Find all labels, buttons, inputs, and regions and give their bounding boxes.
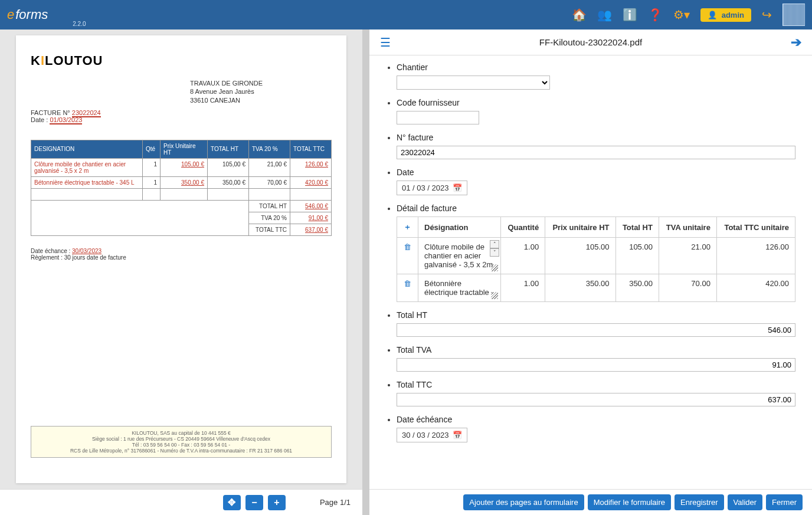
resize-grip-icon[interactable] xyxy=(491,264,498,271)
det-r2-pu[interactable]: 350.00 xyxy=(545,274,615,302)
detail-designation-cell[interactable]: Clôture mobile de chantier en acier galv… xyxy=(418,238,501,274)
row2-tot: 350,00 € xyxy=(208,176,249,188)
home-icon[interactable]: 🏠 xyxy=(572,8,587,22)
det-r1-tva[interactable]: 21.00 xyxy=(659,238,716,274)
row2-qte: 1 xyxy=(143,176,161,188)
addr-line1: TRAVAUX DE GIRONDE xyxy=(190,79,332,87)
invoice-num-label: FACTURE N° xyxy=(31,109,72,116)
total-tva-input[interactable] xyxy=(397,358,795,372)
logo-e: e xyxy=(7,7,14,22)
totals-ht-label: TOTAL HT xyxy=(249,200,290,212)
fit-page-button[interactable]: ✥ xyxy=(223,495,241,510)
chevron-up-icon[interactable]: ˄ xyxy=(490,240,499,248)
due-value: 30/03/2023 xyxy=(72,248,102,254)
next-arrow-icon[interactable]: ➔ xyxy=(791,35,801,50)
user-label: admin xyxy=(722,11,744,19)
invoice-row: Clôture mobile de chantier en acier galv… xyxy=(31,158,332,176)
validate-button[interactable]: Valider xyxy=(728,494,763,510)
th-pu: Prix Unitaire HT xyxy=(161,140,208,158)
chantier-select[interactable] xyxy=(397,76,550,90)
det-r2-tva[interactable]: 70.00 xyxy=(659,274,716,302)
list-icon[interactable]: ☰ xyxy=(380,35,391,50)
detail-row: 🗑 Bétonnière électrique tractable - 1.00… xyxy=(397,274,795,302)
invoice-lines-table: DESIGNATION Qté Prix Unitaire HT TOTAL H… xyxy=(31,140,332,236)
logout-icon[interactable]: ↪ xyxy=(762,8,772,22)
due-and-payment: Date échance : 30/03/2023 Règlement : 30… xyxy=(31,248,332,261)
help-icon[interactable]: ❓ xyxy=(648,8,663,22)
detail-row: 🗑 Clôture mobile de chantier en acier ga… xyxy=(397,238,795,274)
invoice-date-label: Date : xyxy=(31,116,50,123)
det-r2-des: Bétonnière électrique tractable - xyxy=(424,279,494,297)
addr-line2: 8 Avenue Jean Jaurès xyxy=(190,87,332,96)
foot-line3: Tél : 03 59 56 54 00 - Fax : 03 59 56 54… xyxy=(35,442,328,448)
app-logo: e forms 2.2.0 xyxy=(7,7,86,22)
invoice-date-value: 01/03/2023 xyxy=(50,116,82,124)
user-button[interactable]: 👤 admin xyxy=(700,8,751,22)
delete-row-button[interactable]: 🗑 xyxy=(397,274,418,302)
info-icon[interactable]: ℹ️ xyxy=(623,8,637,22)
modify-form-button[interactable]: Modifier le formulaire xyxy=(588,494,671,510)
calendar-icon: 📅 xyxy=(453,183,462,192)
calendar-icon: 📅 xyxy=(453,431,462,439)
code-fournisseur-input[interactable] xyxy=(397,111,479,124)
field-label-detail: Détail de facture xyxy=(397,204,795,213)
nfacture-input[interactable] xyxy=(397,146,795,159)
add-row-button[interactable]: ＋ xyxy=(397,217,418,238)
logo-forms: forms xyxy=(15,7,48,22)
det-th-designation: Désignation xyxy=(418,217,501,238)
echeance-input[interactable]: 30 / 03 / 2023 📅 xyxy=(397,428,467,442)
row1-qte: 1 xyxy=(143,158,161,176)
date-input[interactable]: 01 / 03 / 2023 📅 xyxy=(397,181,467,195)
foot-line1: KILOUTOU, SAS au capital de 10 441 555 € xyxy=(35,430,328,436)
row2-pu: 350,00 € xyxy=(161,176,208,188)
det-r2-ttc[interactable]: 420.00 xyxy=(716,274,795,302)
settings-icon[interactable]: ⚙▾ xyxy=(673,8,690,22)
total-ht-input[interactable] xyxy=(397,323,795,337)
resize-grip-icon[interactable] xyxy=(491,292,498,299)
total-ttc-input[interactable] xyxy=(397,393,795,406)
add-pages-button[interactable]: Ajouter des pages au formulaire xyxy=(463,494,584,510)
close-button[interactable]: Fermer xyxy=(766,494,803,510)
detail-designation-cell[interactable]: Bétonnière électrique tractable - xyxy=(418,274,501,302)
det-th-tva: TVA unitaire xyxy=(659,217,716,238)
field-label-code-fournisseur: Code fournisseur xyxy=(397,98,795,107)
user-icon: 👤 xyxy=(708,11,717,19)
det-r1-pu[interactable]: 105.00 xyxy=(545,238,615,274)
row-stepper[interactable]: ˄˅ xyxy=(490,240,499,257)
totals-ht-value: 546,00 € xyxy=(290,200,332,212)
document-viewer: KILOUTOU TRAVAUX DE GIRONDE 8 Avenue Jea… xyxy=(0,29,362,489)
topbar: e forms 2.2.0 🏠 👥 ℹ️ ❓ ⚙▾ 👤 admin ↪ xyxy=(0,0,812,29)
zoom-in-button[interactable]: + xyxy=(268,495,286,510)
field-label-date: Date xyxy=(397,168,795,177)
app-version: 2.2.0 xyxy=(73,21,86,27)
totals-ttc-value: 637,00 € xyxy=(290,224,332,235)
det-r1-ttc[interactable]: 126.00 xyxy=(716,238,795,274)
row1-tva: 21,00 € xyxy=(249,158,290,176)
field-label-chantier: Chantier xyxy=(397,63,795,72)
echeance-value: 30 / 03 / 2023 xyxy=(402,431,449,439)
save-button[interactable]: Enregistrer xyxy=(675,494,724,510)
document-filename: FF-Kiloutou-23022024.pdf xyxy=(391,37,791,47)
barcode-icon[interactable] xyxy=(782,4,805,26)
det-r2-tot[interactable]: 350.00 xyxy=(615,274,659,302)
foot-line4: RCS de Lille Métropole, n° 317686061 - N… xyxy=(35,448,328,454)
row2-tva: 70,00 € xyxy=(249,176,290,188)
zoom-out-button[interactable]: − xyxy=(245,495,263,510)
row1-ttc: 126,00 € xyxy=(290,158,332,176)
vendor-footer: KILOUTOU, SAS au capital de 10 441 555 €… xyxy=(31,426,332,458)
chevron-down-icon[interactable]: ˅ xyxy=(490,248,499,257)
users-icon[interactable]: 👥 xyxy=(597,8,612,22)
totals-tva-label: TVA 20 % xyxy=(249,212,290,224)
delete-row-button[interactable]: 🗑 xyxy=(397,238,418,274)
page-indicator: Page 1/1 xyxy=(320,498,351,507)
row2-des: Bétonnière électrique tractable - 345 L xyxy=(31,176,143,188)
det-r1-qte[interactable]: 1.00 xyxy=(501,238,545,274)
pager-bar: ✥ − + Page 1/1 xyxy=(0,489,362,515)
document-page: KILOUTOU TRAVAUX DE GIRONDE 8 Avenue Jea… xyxy=(16,35,346,483)
det-r1-des: Clôture mobile de chantier en acier galv… xyxy=(424,242,493,269)
th-qty: Qté xyxy=(143,140,161,158)
form-header: ☰ FF-Kiloutou-23022024.pdf ➔ xyxy=(369,29,812,55)
det-th-tot: Total HT xyxy=(615,217,659,238)
det-r1-tot[interactable]: 105.00 xyxy=(615,238,659,274)
det-r2-qte[interactable]: 1.00 xyxy=(501,274,545,302)
